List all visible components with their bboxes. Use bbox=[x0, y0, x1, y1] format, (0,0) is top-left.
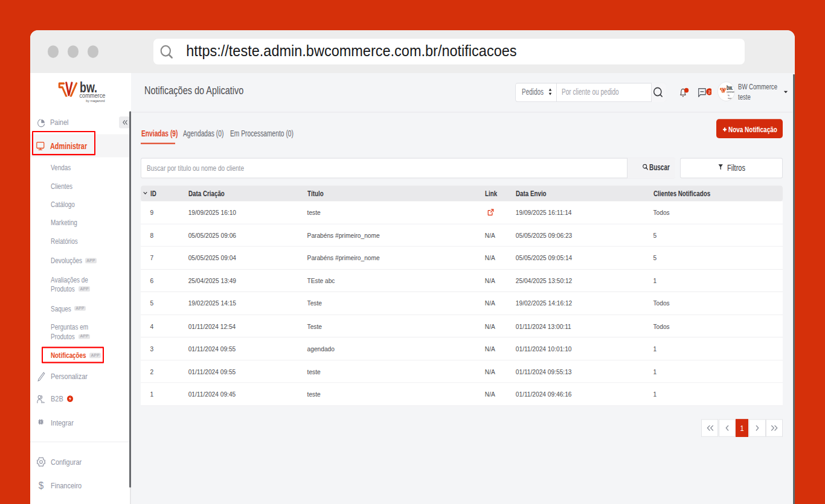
svg-text:2: 2 bbox=[708, 89, 710, 94]
